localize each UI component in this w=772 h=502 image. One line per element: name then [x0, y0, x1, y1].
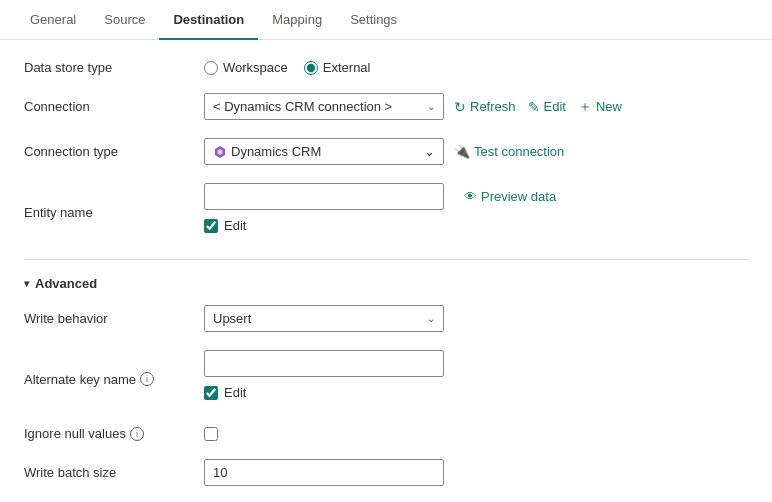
workspace-radio-item[interactable]: Workspace: [204, 60, 288, 75]
ignore-null-controls: [204, 427, 748, 441]
preview-data-icon: 👁: [464, 189, 477, 204]
test-connection-icon: 🔌: [454, 144, 470, 159]
tab-settings[interactable]: Settings: [336, 0, 411, 39]
alternate-key-info-icon[interactable]: i: [140, 372, 154, 386]
connection-dropdown[interactable]: < Dynamics CRM connection > ⌄: [204, 93, 444, 120]
advanced-chevron-icon: ▾: [24, 278, 29, 289]
edit-connection-button[interactable]: ✎ Edit: [528, 99, 566, 115]
write-batch-size-input[interactable]: [204, 459, 444, 486]
workspace-label: Workspace: [223, 60, 288, 75]
entity-name-edit-checkbox[interactable]: [204, 219, 218, 233]
alternate-key-input[interactable]: [204, 350, 444, 377]
write-batch-size-controls: [204, 459, 748, 486]
connection-type-dropdown[interactable]: Dynamics CRM ⌄: [204, 138, 444, 165]
ignore-null-checkbox[interactable]: [204, 427, 218, 441]
refresh-label: Refresh: [470, 99, 516, 114]
alternate-key-label: Alternate key name i: [24, 372, 204, 387]
external-radio-item[interactable]: External: [304, 60, 371, 75]
connection-type-controls: Dynamics CRM ⌄ 🔌 Test connection: [204, 138, 748, 165]
ignore-null-info-icon[interactable]: i: [130, 427, 144, 441]
alternate-key-row: Alternate key name i Edit: [24, 350, 748, 408]
preview-data-button[interactable]: 👁 Preview data: [464, 189, 556, 204]
ignore-null-label: Ignore null values i: [24, 426, 204, 441]
data-store-type-label: Data store type: [24, 60, 204, 75]
data-store-type-controls: Workspace External: [204, 60, 748, 75]
connection-type-label: Connection type: [24, 144, 204, 159]
entity-name-input-row: 👁 Preview data: [204, 183, 556, 210]
entity-name-controls: 👁 Preview data Edit: [204, 183, 748, 241]
write-behavior-value: Upsert: [213, 311, 251, 326]
connection-value: < Dynamics CRM connection >: [213, 99, 392, 114]
write-batch-size-row: Write batch size: [24, 459, 748, 486]
advanced-label: Advanced: [35, 276, 97, 291]
plus-icon: ＋: [578, 98, 592, 116]
tab-general[interactable]: General: [16, 0, 90, 39]
connection-type-row: Connection type Dynamics CRM ⌄ 🔌 Test co…: [24, 138, 748, 165]
external-radio[interactable]: [304, 61, 318, 75]
new-connection-button[interactable]: ＋ New: [578, 98, 622, 116]
write-behavior-row: Write behavior Upsert ⌄: [24, 305, 748, 332]
alternate-key-edit-label: Edit: [224, 385, 246, 400]
tab-bar: General Source Destination Mapping Setti…: [0, 0, 772, 40]
ignore-null-row: Ignore null values i: [24, 426, 748, 441]
advanced-divider: [24, 259, 748, 260]
data-store-type-radio-group: Workspace External: [204, 60, 371, 75]
connection-type-value-wrapper: Dynamics CRM: [213, 144, 321, 159]
write-behavior-chevron-icon: ⌄: [427, 313, 435, 324]
entity-name-edit-label: Edit: [224, 218, 246, 233]
write-batch-size-label: Write batch size: [24, 465, 204, 480]
test-connection-label: Test connection: [474, 144, 564, 159]
preview-data-label: Preview data: [481, 189, 556, 204]
alternate-key-controls: Edit: [204, 350, 748, 408]
connection-controls: < Dynamics CRM connection > ⌄ ↻ Refresh …: [204, 93, 748, 120]
refresh-icon: ↻: [454, 99, 466, 115]
data-store-type-row: Data store type Workspace External: [24, 60, 748, 75]
write-behavior-controls: Upsert ⌄: [204, 305, 748, 332]
external-label: External: [323, 60, 371, 75]
alternate-key-edit-row: Edit: [204, 385, 246, 400]
write-behavior-label: Write behavior: [24, 311, 204, 326]
entity-name-label: Entity name: [24, 205, 204, 220]
new-label: New: [596, 99, 622, 114]
tab-destination[interactable]: Destination: [159, 0, 258, 39]
edit-icon: ✎: [528, 99, 540, 115]
tab-source[interactable]: Source: [90, 0, 159, 39]
test-connection-button[interactable]: 🔌 Test connection: [454, 144, 564, 159]
entity-name-input[interactable]: [204, 183, 444, 210]
connection-action-buttons: ↻ Refresh ✎ Edit ＋ New: [454, 98, 622, 116]
connection-type-value: Dynamics CRM: [231, 144, 321, 159]
connection-type-chevron-icon: ⌄: [424, 144, 435, 159]
dynamics-crm-icon: [213, 145, 227, 159]
connection-row: Connection < Dynamics CRM connection > ⌄…: [24, 93, 748, 120]
write-behavior-dropdown[interactable]: Upsert ⌄: [204, 305, 444, 332]
entity-name-edit-row: Edit: [204, 218, 246, 233]
advanced-section-header[interactable]: ▾ Advanced: [24, 276, 748, 291]
refresh-button[interactable]: ↻ Refresh: [454, 99, 516, 115]
entity-name-row: Entity name 👁 Preview data Edit: [24, 183, 748, 241]
alternate-key-edit-checkbox[interactable]: [204, 386, 218, 400]
main-content: Data store type Workspace External Conne…: [0, 40, 772, 502]
workspace-radio[interactable]: [204, 61, 218, 75]
connection-label: Connection: [24, 99, 204, 114]
tab-mapping[interactable]: Mapping: [258, 0, 336, 39]
connection-chevron-icon: ⌄: [427, 101, 435, 112]
edit-label: Edit: [544, 99, 566, 114]
